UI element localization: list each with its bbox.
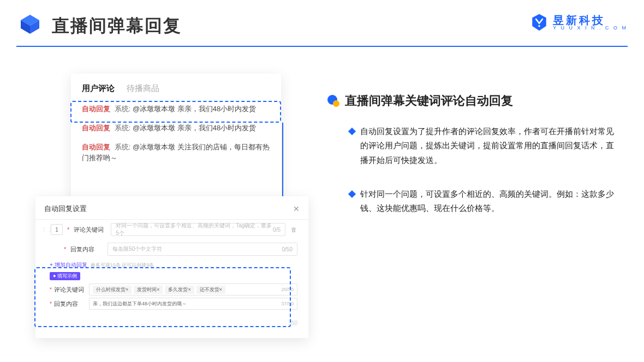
diamond-icon	[348, 190, 356, 198]
heading-bullet-icon	[327, 95, 339, 107]
content-input[interactable]: 每条限50个中文字符 0/50	[108, 243, 297, 256]
comment-text: @冰墩墩本墩 亲亲，我们48小时内发货	[133, 105, 256, 113]
trash-icon[interactable]: 🗑	[290, 226, 297, 233]
brand-mark-icon	[530, 13, 548, 32]
bullet-item: 自动回复设置为了提升作者的评论回复效率，作者可在开播前针对常见的评论用户问题，提…	[327, 124, 617, 167]
tab-user-comments[interactable]: 用户评论	[82, 83, 115, 94]
comment-list: 自动回复 系统: @冰墩墩本墩 亲亲，我们48小时内发货 自动回复 系统: @冰…	[82, 104, 270, 164]
content-row: * 回复内容 每条限50个中文字符 0/50	[35, 239, 308, 259]
order-index: 1	[51, 224, 63, 235]
section-heading: 直播间弹幕关键词评论自动回复	[327, 93, 617, 109]
auto-reply-settings-modal: 自动回复设置 ✕ ⋮⋮ 1 * 评论关键词 对同一个问题，可设置多个相近、高频的…	[35, 196, 308, 338]
drag-handle-icon[interactable]: ⋮⋮	[41, 226, 46, 233]
keyword-input[interactable]: 对同一个问题，可设置多个相近、高频的关键词，Tag确定，最多5个 0/5	[111, 223, 285, 236]
comment-row: 自动回复 系统: @冰墩墩本墩 亲亲，我们48小时内发货	[82, 104, 270, 115]
blurred-count: /50	[290, 320, 297, 326]
example-content-row: * 回复内容 亲，我们这边都是下单48小时内发货的哦～ 37/50	[35, 297, 308, 311]
keyword-label: 评论关键词	[74, 226, 106, 234]
ex-keyword-count: 20/50	[281, 287, 294, 292]
header-rule	[16, 46, 628, 47]
example-tag: ● 填写示例	[50, 272, 80, 280]
keyword-chip[interactable]: 什么时候发货×	[93, 286, 132, 294]
example-keyword-row: * 评论关键词 什么时候发货× 发货时间× 多久发货× 还不发货× 20/50	[35, 282, 308, 297]
modal-title: 自动回复设置	[44, 204, 87, 214]
auto-reply-tag: 自动回复	[82, 143, 110, 151]
keyword-count: 0/5	[273, 227, 281, 233]
auto-reply-tag: 自动回复	[82, 105, 110, 113]
required-star-icon: *	[64, 246, 66, 252]
cube-icon	[19, 13, 41, 35]
svg-point-3	[538, 25, 540, 27]
brand-logo: 昱新科技 Y U U X I N . C O M	[530, 13, 628, 32]
comments-panel: 用户评论 待播商品 自动回复 系统: @冰墩墩本墩 亲亲，我们48小时内发货 自…	[71, 74, 281, 199]
example-content-input[interactable]: 亲，我们这边都是下单48小时内发货的哦～ 37/50	[89, 298, 297, 310]
content-placeholder: 每条限50个中文字符	[112, 245, 162, 253]
bullet-text: 针对同一个问题，可设置多个相近的、高频的关键词。例如：这款多少钱、这块能优惠吗、…	[360, 187, 617, 216]
ex-content-value: 亲，我们这边都是下单48小时内发货的哦～	[93, 300, 187, 307]
auto-reply-tag: 自动回复	[82, 124, 110, 132]
section-heading-text: 直播间弹幕关键词评论自动回复	[345, 93, 513, 109]
content-count: 0/50	[282, 246, 293, 252]
required-star-icon: *	[50, 287, 52, 293]
keyword-chip[interactable]: 发货时间×	[134, 286, 163, 294]
add-auto-reply-link[interactable]: + 增加自动回复 最多可建10条 还可以创建9条	[35, 259, 308, 269]
brand-name: 昱新科技	[553, 15, 628, 26]
keyword-chip[interactable]: 还不发货×	[196, 286, 225, 294]
system-label: 系统:	[115, 143, 131, 151]
ex-content-label: 回复内容	[54, 300, 87, 308]
screenshot-cluster: 用户评论 待播商品 自动回复 系统: @冰墩墩本墩 亲亲，我们48小时内发货 自…	[30, 74, 311, 341]
bullet-item: 针对同一个问题，可设置多个相近的、高频的关键词。例如：这款多少钱、这块能优惠吗、…	[327, 187, 617, 216]
brand-url: Y U U X I N . C O M	[553, 26, 628, 31]
bullet-text: 自动回复设置为了提升作者的评论回复效率，作者可在开播前针对常见的评论用户问题，提…	[360, 124, 617, 167]
example-keyword-input[interactable]: 什么时候发货× 发货时间× 多久发货× 还不发货× 20/50	[89, 283, 297, 295]
keyword-placeholder: 对同一个问题，可设置多个相近、高频的关键词，Tag确定，最多5个	[116, 222, 273, 237]
comment-text: @冰墩墩本墩 亲亲，我们48小时内发货	[133, 124, 256, 132]
system-label: 系统:	[115, 124, 131, 132]
keyword-chip[interactable]: 多久发货×	[165, 286, 194, 294]
keyword-row: ⋮⋮ 1 * 评论关键词 对同一个问题，可设置多个相近、高频的关键词，Tag确定…	[35, 220, 308, 239]
add-link-hint: 最多可建10条 还可以创建9条	[91, 262, 154, 269]
ex-keyword-label: 评论关键词	[54, 286, 87, 294]
required-star-icon: *	[50, 301, 52, 307]
ex-content-count: 37/50	[281, 301, 294, 306]
tabs-row: 用户评论 待播商品	[82, 83, 270, 94]
comment-row: 自动回复 系统: @冰墩墩本墩 关注我们的店铺，每日都有热门推荐哟～	[82, 142, 270, 165]
system-label: 系统:	[115, 105, 131, 113]
content-label: 回复内容	[70, 245, 103, 254]
diamond-icon	[348, 128, 356, 135]
comment-row: 自动回复 系统: @冰墩墩本墩 亲亲，我们48小时内发货	[82, 123, 270, 134]
description-section: 直播间弹幕关键词评论自动回复 自动回复设置为了提升作者的评论回复效率，作者可在开…	[327, 93, 617, 235]
close-icon[interactable]: ✕	[293, 204, 300, 213]
add-link-text: + 增加自动回复	[50, 261, 87, 269]
tab-pending-goods[interactable]: 待播商品	[127, 83, 159, 94]
page-title: 直播间弹幕回复	[52, 14, 182, 38]
required-star-icon: *	[67, 226, 69, 233]
